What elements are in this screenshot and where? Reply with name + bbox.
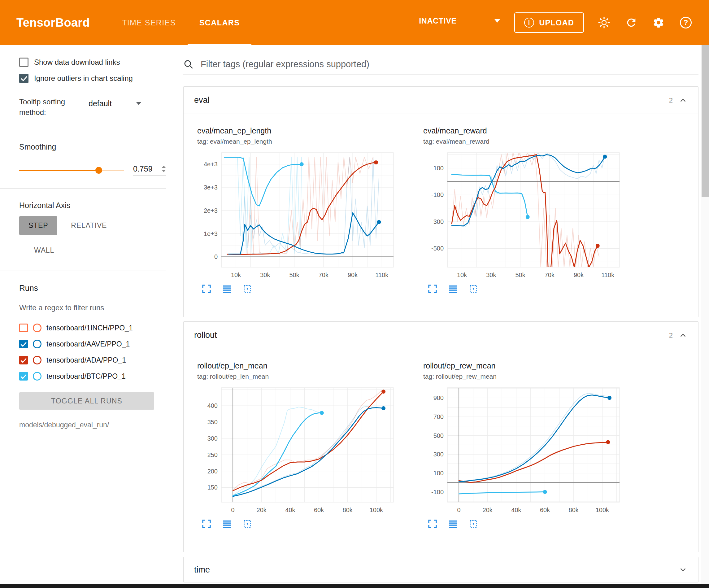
runs-filter-input[interactable] [19, 301, 166, 316]
run-row-aave[interactable]: tensorboard/AAVE/PPO_1 [19, 340, 166, 348]
stepper-down-icon[interactable] [162, 170, 166, 172]
collapse-icon[interactable] [678, 331, 688, 340]
settings-gear-icon[interactable] [651, 16, 666, 30]
fit-domain-icon[interactable] [242, 284, 252, 294]
ignore-outliers-checkbox[interactable] [19, 74, 28, 83]
tab-time-series[interactable]: TIME SERIES [110, 0, 188, 45]
svg-text:4e+3: 4e+3 [204, 161, 218, 168]
fullscreen-icon[interactable] [427, 519, 438, 529]
section-rollout: rollout 2 rollout/ep_len_mean tag: rollo… [183, 322, 699, 552]
horizontal-axis-label: Horizontal Axis [19, 201, 166, 210]
fullscreen-icon[interactable] [202, 519, 211, 529]
smoothing-slider-knob[interactable] [95, 167, 102, 174]
upload-button[interactable]: i UPLOAD [514, 12, 584, 33]
refresh-icon[interactable] [624, 16, 638, 30]
section-time: time [183, 557, 699, 582]
svg-text:80k: 80k [343, 507, 353, 513]
fit-domain-icon[interactable] [468, 519, 478, 529]
rollout-ep-len-mean-plot[interactable]: 020k40k60k80k100k150200250300350400 [197, 383, 416, 518]
svg-text:250: 250 [207, 452, 218, 458]
chart-title: eval/mean_reward [423, 126, 642, 135]
ignore-outliers-option[interactable]: Ignore outliers in chart scaling [19, 74, 166, 83]
stepper-up-icon[interactable] [162, 165, 166, 168]
svg-text:-100: -100 [431, 489, 444, 495]
toggle-all-runs-button[interactable]: TOGGLE ALL RUNS [19, 392, 154, 410]
smoothing-value: 0.759 [133, 164, 153, 173]
show-download-links-option[interactable]: Show data download links [19, 58, 166, 67]
tooltip-sorting-label: Tooltip sorting method: [19, 97, 84, 117]
status-dropdown-value: INACTIVE [419, 17, 456, 25]
expand-icon[interactable] [678, 565, 688, 574]
svg-text:20k: 20k [483, 507, 493, 513]
run-row-btc[interactable]: tensorboard/BTC/PPO_1 [19, 372, 166, 381]
vertical-scrollbar[interactable] [701, 45, 709, 584]
svg-text:40k: 40k [285, 507, 295, 513]
chart-title: eval/mean_ep_length [197, 126, 416, 135]
wall-axis-button[interactable]: WALL [26, 242, 62, 258]
svg-text:100k: 100k [596, 507, 609, 513]
svg-text:900: 900 [434, 394, 444, 401]
expand-width-icon[interactable] [222, 519, 232, 529]
ignore-outliers-label: Ignore outliers in chart scaling [34, 74, 133, 83]
sidebar-divider [0, 130, 166, 130]
eval-mean-ep-length-plot[interactable]: 10k30k50k70k90k110k01e+32e+33e+34e+3 [197, 148, 416, 283]
chart-toolbar [423, 519, 642, 529]
scalars-dashboard: eval 2 eval/mean_ep_length tag: eval/mea… [174, 45, 701, 584]
chart-toolbar [423, 284, 642, 294]
run-checkbox[interactable] [19, 340, 28, 348]
run-color-radio[interactable] [33, 356, 42, 364]
fullscreen-icon[interactable] [202, 284, 211, 294]
chart-toolbar [197, 519, 416, 529]
svg-text:10k: 10k [231, 272, 241, 278]
tag-filter-input[interactable] [200, 59, 699, 70]
fit-domain-icon[interactable] [242, 519, 252, 529]
section-time-header[interactable]: time [184, 557, 698, 582]
header-actions: INACTIVE i UPLOAD ? [418, 0, 709, 45]
tab-scalars[interactable]: SCALARS [188, 0, 252, 45]
run-color-radio[interactable] [33, 372, 42, 381]
smoothing-value-input[interactable]: 0.759 [133, 164, 166, 176]
run-row-1inch[interactable]: tensorboard/1INCH/PPO_1 [19, 324, 166, 332]
svg-text:-500: -500 [431, 245, 444, 252]
chart-eval-mean-ep-length: eval/mean_ep_length tag: eval/mean_ep_le… [197, 126, 416, 294]
fit-domain-icon[interactable] [468, 284, 478, 294]
section-rollout-header[interactable]: rollout 2 [184, 322, 698, 349]
help-question-glyph: ? [680, 17, 692, 28]
fullscreen-icon[interactable] [427, 284, 438, 294]
section-title: time [194, 565, 210, 575]
brightness-icon[interactable] [597, 16, 611, 30]
rollout-charts-row: rollout/ep_len_mean tag: rollout/ep_len_… [184, 349, 698, 552]
expand-width-icon[interactable] [448, 284, 458, 294]
tooltip-sorting-dropdown[interactable]: default [88, 99, 141, 111]
run-checkbox[interactable] [19, 324, 28, 332]
svg-text:500: 500 [434, 432, 444, 439]
eval-mean-reward-plot[interactable]: 10k30k50k70k90k110k100-100-300-500 [423, 148, 642, 283]
run-checkbox[interactable] [19, 372, 28, 381]
rollout-ep-rew-mean-plot[interactable]: 020k40k60k80k100k-100100300500700900 [423, 383, 642, 518]
step-axis-button[interactable]: STEP [19, 216, 57, 235]
sidebar-divider [0, 188, 166, 188]
svg-text:90k: 90k [574, 272, 584, 278]
collapse-icon[interactable] [678, 96, 688, 105]
expand-width-icon[interactable] [448, 519, 458, 529]
settings-sidebar: Show data download links Ignore outliers… [0, 45, 174, 584]
smoothing-slider[interactable] [19, 170, 124, 171]
svg-text:40k: 40k [511, 507, 521, 513]
section-eval-header[interactable]: eval 2 [184, 87, 698, 114]
smoothing-stepper[interactable] [162, 165, 166, 172]
run-color-radio[interactable] [33, 340, 42, 348]
chart-tag: tag: eval/mean_reward [423, 138, 642, 145]
help-icon[interactable]: ? [679, 16, 693, 30]
svg-text:50k: 50k [289, 272, 299, 278]
search-icon [183, 59, 194, 70]
status-dropdown[interactable]: INACTIVE [418, 15, 501, 30]
show-download-links-label: Show data download links [34, 58, 120, 67]
show-download-links-checkbox[interactable] [19, 58, 28, 67]
run-checkbox[interactable] [19, 356, 28, 364]
run-color-radio[interactable] [33, 324, 42, 332]
run-row-ada[interactable]: tensorboard/ADA/PPO_1 [19, 356, 166, 364]
relative-axis-button[interactable]: RELATIVE [61, 216, 116, 235]
expand-width-icon[interactable] [222, 284, 232, 294]
scrollbar-thumb[interactable] [702, 45, 709, 197]
app-title: TensorBoard [0, 16, 102, 29]
